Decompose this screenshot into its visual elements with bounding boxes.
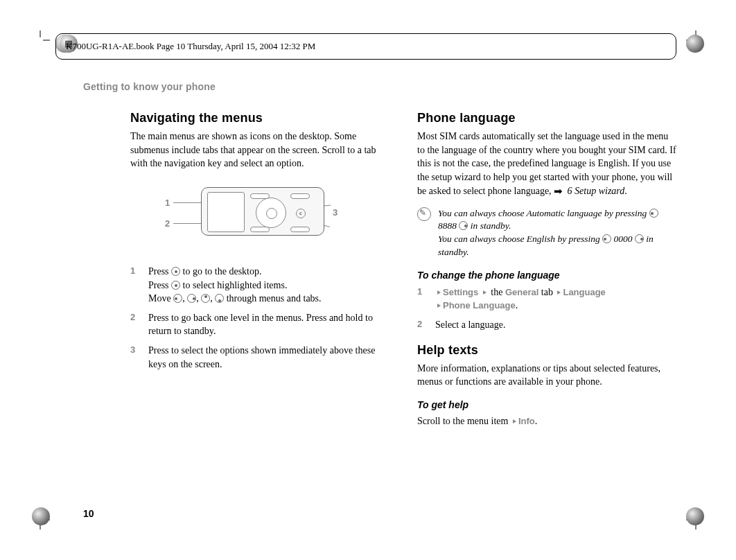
menu-path: Settings [443, 287, 478, 297]
navigating-intro: The main menus are shown as icons on the… [130, 130, 389, 170]
nav-up-key-icon [201, 294, 210, 303]
text: You can always choose Automatic language… [438, 208, 649, 218]
phone-language-body: Most SIM cards automatically set the lan… [417, 130, 676, 198]
list-item: 1 Settings the General tab Language Phon… [417, 286, 676, 313]
page-number: 10 [83, 507, 94, 521]
item-body: Press to go back one level in the menus.… [148, 311, 389, 338]
register-icon-bottom-left [32, 507, 50, 525]
nav-down-key-icon [215, 294, 224, 303]
c-button-icon: c [296, 209, 306, 218]
phone-language-heading: Phone language [417, 110, 676, 127]
get-help-body: Scroll to the menu item Info. [417, 414, 676, 428]
text: . [535, 416, 538, 426]
tip-block: You can always choose Automatic language… [417, 207, 676, 260]
phone-illustration: 1 2 3 c [158, 187, 331, 248]
menu-path: Phone Language [443, 300, 516, 310]
list-item: 3 Press to select the options shown imme… [130, 344, 389, 371]
text: 8888 [438, 220, 459, 231]
item-body: Press to select the options shown immedi… [148, 344, 389, 371]
item-number: 1 [130, 265, 139, 306]
text: through menus and tabs. [224, 293, 321, 304]
left-column: Navigating the menus The main menus are … [130, 110, 389, 430]
menu-path: Language [563, 287, 605, 297]
item-number: 3 [130, 344, 139, 371]
text: in standby. [468, 220, 511, 231]
nav-right-key-icon [635, 234, 644, 243]
callout-1: 1 [165, 197, 170, 209]
callout-3: 3 [333, 207, 338, 219]
text: the [489, 287, 505, 297]
text: You can always choose English by pressin… [438, 234, 602, 244]
text: . [516, 300, 518, 310]
menu-path: Info [518, 416, 535, 426]
text: to go to the desktop. [180, 266, 261, 277]
item-number: 2 [130, 311, 139, 338]
running-header: Getting to know your phone [83, 80, 216, 94]
navigating-heading: Navigating the menus [130, 110, 389, 127]
phone-body: c [201, 187, 324, 236]
list-item: 2 Select a language. [417, 318, 676, 332]
callout-2: 2 [165, 218, 170, 230]
text: to select highlighted items. [180, 280, 287, 290]
help-texts-body: More information, explanations or tips a… [417, 362, 676, 389]
get-help-heading: To get help [417, 399, 676, 412]
item-body: Press to go to the desktop. Press to sel… [148, 265, 389, 306]
right-column: Phone language Most SIM cards automatica… [417, 110, 676, 430]
nav-left-key-icon [602, 234, 611, 243]
nav-left-key-icon [649, 209, 658, 218]
nav-right-key-icon [187, 294, 196, 303]
nav-left-key-icon [173, 294, 182, 303]
document-meta-text: K700UG-R1A-AE.book Page 10 Thursday, Apr… [66, 41, 315, 51]
page-columns: Navigating the menus The main menus are … [130, 110, 676, 430]
tip-text: You can always choose Automatic language… [438, 207, 676, 260]
list-item: 2 Press to go back one level in the menu… [130, 311, 389, 338]
tip-icon [417, 207, 431, 221]
nav-center-key-icon [171, 267, 180, 276]
menu-arrow-icon [437, 304, 441, 308]
text: Scroll to the menu item [417, 416, 511, 426]
numbered-list: 1 Press to go to the desktop. Press to s… [130, 265, 389, 371]
arrow-right-icon: ➡ [554, 184, 563, 199]
item-number: 2 [417, 318, 426, 332]
softkey-icon [290, 193, 310, 199]
text: 0000 [611, 234, 635, 244]
nav-pad-icon [256, 198, 286, 228]
item-body: Settings the General tab Language Phone … [435, 286, 676, 313]
change-language-heading: To change the phone language [417, 269, 676, 283]
menu-arrow-icon [557, 290, 561, 295]
softkey-icon [290, 227, 310, 232]
help-texts-heading: Help texts [417, 342, 676, 359]
text: Most SIM cards automatically set the lan… [417, 131, 676, 195]
crop-mark-tl [30, 30, 50, 50]
nav-right-key-icon [459, 221, 468, 230]
menu-path: General [505, 287, 538, 297]
phone-screen [207, 192, 245, 232]
menu-arrow-icon [437, 290, 441, 295]
text: Press [148, 280, 171, 290]
menu-arrow-icon [513, 419, 516, 423]
register-icon-bottom-right [686, 507, 704, 525]
item-body: Select a language. [435, 318, 676, 332]
nav-center-key-icon [171, 281, 180, 290]
list-item: 1 Press to go to the desktop. Press to s… [130, 265, 389, 306]
document-meta-frame: K700UG-R1A-AE.book Page 10 Thursday, Apr… [55, 33, 676, 60]
text: tab [538, 287, 555, 297]
menu-arrow-icon [483, 290, 487, 295]
item-number: 1 [417, 286, 426, 313]
cross-reference: 6 Setup wizard [568, 186, 625, 196]
text: Move [148, 293, 173, 304]
nav-center-icon [266, 208, 277, 219]
text: Press [148, 266, 171, 277]
register-icon-top-right [686, 35, 704, 53]
